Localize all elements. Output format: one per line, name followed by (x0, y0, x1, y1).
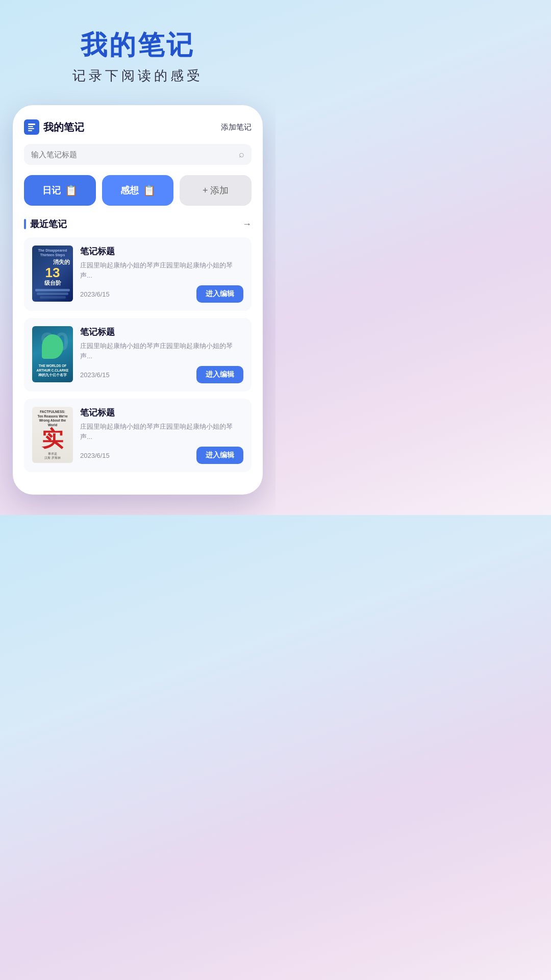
book3-char: 实 (42, 428, 63, 450)
note-footer-1: 2023/6/15 进入编辑 (80, 285, 243, 303)
note-footer-2: 2023/6/15 进入编辑 (80, 366, 243, 383)
note-title-3: 笔记标题 (80, 407, 243, 419)
hero-section: 我的笔记 记录下阅读的感受 (0, 0, 276, 105)
phone-frame: 我的笔记 添加笔记 ⌕ 日记 📋 感想 📋 + 添加 最近笔记 → The Di… (13, 105, 263, 495)
section-title: 最近笔记 (30, 218, 67, 230)
category-thoughts[interactable]: 感想 📋 (102, 175, 174, 206)
note-card-2: 90 THE WORLDS OFARTHUR C.CLARKE神的九十亿个名字 … (24, 318, 252, 391)
book3-top-title: FACTFULNESS:Ten Reasons We're Wrong Abou… (35, 410, 70, 427)
category-add[interactable]: + 添加 (180, 175, 252, 206)
book1-num-row: 13 (45, 266, 60, 279)
note-footer-3: 2023/6/15 进入编辑 (80, 447, 243, 464)
step1 (35, 289, 70, 291)
note-date-1: 2023/6/15 (80, 290, 110, 298)
note-preview-2: 庄园里响起康纳小姐的琴声庄园里响起康纳小姐的琴声... (80, 341, 243, 361)
book2-shape (42, 334, 63, 359)
section-header: 最近笔记 → (24, 218, 252, 230)
step3 (40, 296, 66, 299)
category-add-label: + 添加 (203, 184, 229, 197)
category-row: 日记 📋 感想 📋 + 添加 (24, 175, 252, 206)
book3-bottom: 事求是汉斯·罗斯林 (44, 450, 61, 460)
note-date-2: 2023/6/15 (80, 371, 110, 379)
svg-rect-3 (28, 130, 32, 131)
category-diary[interactable]: 日记 📋 (24, 175, 96, 206)
add-note-button[interactable]: 添加笔记 (221, 122, 252, 132)
book-cover-3: FACTFULNESS:Ten Reasons We're Wrong Abou… (32, 407, 73, 463)
search-bar: ⌕ (24, 144, 252, 165)
section-bar-decoration (24, 219, 26, 229)
header-left: 我的笔记 (24, 119, 84, 135)
book1-number: 13 (45, 266, 60, 279)
note-preview-3: 庄园里响起康纳小姐的琴声庄园里响起康纳小姐的琴声... (80, 422, 243, 442)
search-input[interactable] (31, 150, 239, 159)
book-cover-2: 90 THE WORLDS OFARTHUR C.CLARKE神的九十亿个名字 (32, 326, 73, 382)
book3-char-wrap: 实 (42, 428, 63, 450)
hero-title: 我的笔记 (15, 31, 260, 60)
thoughts-icon: 📋 (143, 184, 156, 197)
edit-button-2[interactable]: 进入编辑 (196, 366, 243, 383)
hero-subtitle: 记录下阅读的感受 (15, 67, 260, 85)
app-logo-icon (24, 119, 39, 135)
section-more-arrow[interactable]: → (242, 219, 252, 230)
book1-en-title: The DisappearedThirteen Steps (38, 249, 67, 257)
note-content-1: 笔记标题 庄园里响起康纳小姐的琴声庄园里响起康纳小姐的琴声... 2023/6/… (80, 246, 243, 303)
note-title-2: 笔记标题 (80, 326, 243, 338)
book2-title: THE WORLDS OFARTHUR C.CLARKE神的九十亿个名字 (36, 361, 70, 379)
app-header: 我的笔记 添加笔记 (24, 119, 252, 135)
book2-content: THE WORLDS OFARTHUR C.CLARKE神的九十亿个名字 (35, 329, 70, 379)
note-content-2: 笔记标题 庄园里响起康纳小姐的琴声庄园里响起康纳小姐的琴声... 2023/6/… (80, 326, 243, 383)
note-content-3: 笔记标题 庄园里响起康纳小姐的琴声庄园里响起康纳小姐的琴声... 2023/6/… (80, 407, 243, 464)
book1-unit: 级台阶 (44, 279, 61, 287)
diary-icon: 📋 (65, 184, 78, 197)
svg-rect-2 (28, 128, 34, 129)
note-preview-1: 庄园里响起康纳小姐的琴声庄园里响起康纳小姐的琴声... (80, 260, 243, 280)
edit-button-3[interactable]: 进入编辑 (196, 447, 243, 464)
category-diary-label: 日记 (42, 184, 61, 197)
search-icon: ⌕ (239, 149, 244, 160)
category-thoughts-label: 感想 (120, 184, 139, 197)
note-title-1: 笔记标题 (80, 246, 243, 257)
notes-icon (27, 122, 36, 132)
svg-rect-0 (28, 124, 35, 125)
svg-rect-1 (28, 126, 33, 127)
edit-button-1[interactable]: 进入编辑 (196, 285, 243, 303)
note-card-1: The DisappearedThirteen Steps 消失的 13 级台阶… (24, 237, 252, 311)
header-title: 我的笔记 (43, 120, 84, 134)
step2 (37, 292, 68, 295)
note-date-3: 2023/6/15 (80, 452, 110, 459)
book2-inner: 90 THE WORLDS OFARTHUR C.CLARKE神的九十亿个名字 (35, 329, 70, 379)
note-card-3: FACTFULNESS:Ten Reasons We're Wrong Abou… (24, 399, 252, 472)
book-cover-1: The DisappearedThirteen Steps 消失的 13 级台阶 (32, 246, 73, 302)
book1-steps (35, 289, 70, 299)
section-title-wrap: 最近笔记 (24, 218, 67, 230)
